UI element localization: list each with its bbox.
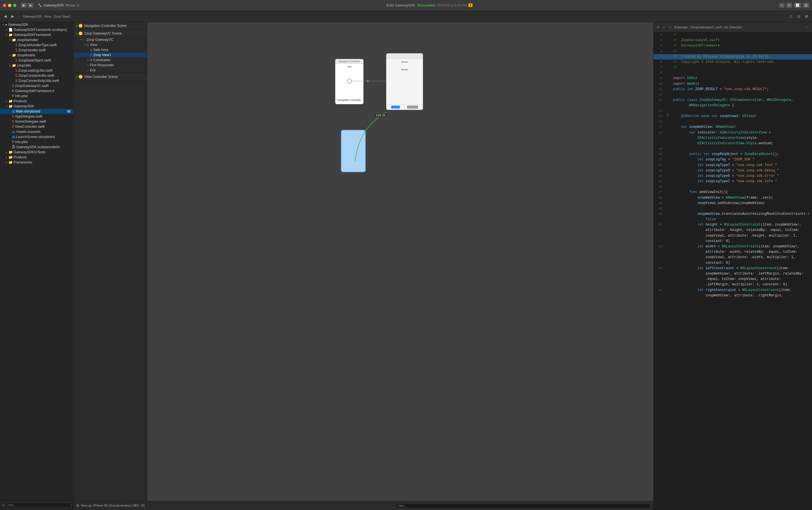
back-button[interactable]: ◀ [2,13,8,20]
scene-view[interactable]: ▾ □ View [74,42,147,47]
gutter-dot-15[interactable]: + [666,114,669,116]
code-line-1: 1 // [654,32,812,38]
build-status-area: Build GatewaySDK: Succeeded 29/04/20 at … [82,3,777,7]
tree-item-xcodeproj[interactable]: ▸ 📄 GatewaySDKFramework.xcodeproj [0,27,74,32]
tree-item-zoopjshandlertype[interactable]: S ZoopJsHandlerType.swift [0,42,74,48]
blue-phone-card [341,130,366,172]
breadcrumb: GatewaySDK › View › Zoop View1 [23,15,70,18]
scene-safe-area[interactable]: □ Safe Area [74,47,147,52]
forward-button[interactable]: ▶ [10,13,16,20]
editor-close-button[interactable]: ✕ [657,25,660,29]
warning-button[interactable]: ⚠ [788,13,794,20]
code-content[interactable]: 1 // 2 // ZoopGatewayVC.swift 3 // Gatew… [654,32,812,510]
scene-first-responder[interactable]: ○ First Responder [74,63,147,68]
editor-nav-back[interactable]: ‹ [662,24,666,30]
minimize-button[interactable] [8,4,11,7]
location-button[interactable]: ◎ [795,13,802,20]
maximize-button[interactable] [13,4,17,7]
code-line-13-cont: WKNavigationDelegate { [654,103,812,108]
code-line-11: 11 public let ZOOP_RESULT = "one.zoop.sd… [654,87,812,92]
code-line-29: 29 zoopView1.addSubview(zoopWebView) [654,201,812,206]
tree-item-zoopconnectivity[interactable]: S ZoopConnectivityUtils.swift [0,78,74,83]
open-sdk-btn[interactable]: Open SDK [391,106,400,109]
stop-button[interactable]: ■ [28,3,33,8]
scene-zoop-gatewayvc[interactable]: ▾ ○ Zoop GatewayVC [74,37,147,42]
code-line-33-cont2: zoopView1, attribute: .width, multiplier… [654,255,812,260]
tree-item-zoophandler[interactable]: S ZoopHandler.swift [0,48,74,53]
scheme-icon: 🔧 [38,3,42,7]
tree-item-viewcontroller[interactable]: S ViewController.swift [0,124,74,129]
code-line-32: 32 let height = NSLayoutConstraint(item:… [654,222,812,228]
tree-item-framework-h[interactable]: H GatewaySdkFramework.h [0,88,74,93]
panel-toggle2[interactable]: ▥ [803,3,809,8]
view-as-label: View as: iPhone SE (2nd generation) (⌘C … [81,504,145,507]
editor-header: ✕ ‹ › Automatic › ZoopGatewayVC.swift › … [654,22,812,32]
tree-item-uitests[interactable]: ▸ 📁 GatewaySDKUITests [0,150,74,155]
code-line-9: 9 import UIKit [654,76,812,81]
warning-badge[interactable]: 1 [468,3,473,7]
tree-item-gatewaysdk[interactable]: ▾ ● GatewaySDK [0,22,74,27]
view-controller-scene-header[interactable]: ▸ 🟡 View Controller Scene [74,73,147,81]
split-button[interactable]: ⇄ [786,3,792,8]
breadcrumb-gatewaysdk[interactable]: GatewaySDK [23,15,42,18]
tree-item-framework[interactable]: ▾ 📁 GatewaySDKFramework [0,32,74,37]
storyboard-filter-input[interactable] [396,503,651,508]
tree-item-assets[interactable]: 🗂 Assets.xcassets [0,129,74,134]
storyboard-canvas[interactable]: Navigation Controller Title Results Resu… [147,22,653,501]
breadcrumb-no-selection[interactable]: No Selection [724,26,742,29]
scene-exit[interactable]: ○ Exit [74,68,147,73]
tree-item-zoopmodels[interactable]: ▾ 📁 zoopModels [0,53,74,58]
scene-zoop-view1[interactable]: □ Zoop View1 [74,52,147,58]
breadcrumb-automatic[interactable]: Automatic [674,26,688,29]
code-line-25: 25 let zoopLogTypeI = "one.zoop.sdk.Info… [654,179,812,184]
editor-nav-forward[interactable]: › [668,24,672,30]
tree-item-infoplist[interactable]: P Info.plist [0,139,74,144]
breadcrumb-filename[interactable]: ZoopGatewayVC.swift [691,26,722,29]
nav-controller-card: Navigation Controller Title [335,59,364,104]
panel-toggle[interactable]: ⬜ [794,3,801,8]
code-line-19: 19 [654,146,812,151]
breadcrumb-zoopview1[interactable]: Zoop View1 [54,15,70,18]
tree-item-zoopdataobject[interactable]: S ZoopDataObject.swift [0,58,74,63]
code-line-34-cont2: .equal, toItem: zoopView1, attribute: [654,277,812,282]
tree-item-appdelegate[interactable]: S AppDelegate.swift [0,114,74,119]
tree-item-scenedelegate[interactable]: S SceneDelegate.swift [0,119,74,124]
code-line-24: 24 let zoopLogTypeE = "one.zoop.sdk.Erro… [654,173,812,179]
tree-item-products1[interactable]: ▸ 📁 Products [0,98,74,104]
display-result-btn[interactable]: Display Result [407,106,418,109]
grid-button[interactable]: ⊞ [803,13,810,20]
tree-item-zoopgatewayvc[interactable]: S ZoopGatewayVC.swift [0,83,74,88]
nav-controller-section: ▸ 🟡 Navigation Controller Scene [74,22,147,30]
tree-item-products2[interactable]: ▸ 📁 Products [0,155,74,160]
run-button[interactable]: ▶ [21,3,27,8]
tree-item-zooputils[interactable]: ▾ 📁 zoopUtils [0,63,74,68]
scene-constraints[interactable]: ▸ ≡ Constraints [74,58,147,63]
tree-item-main-storyboard[interactable]: ▦ Main.storyboard M [0,109,74,114]
zoop-gatewayvc-scene-header[interactable]: ▾ 🟡 Zoop GatewayVC Scene [74,30,147,37]
tree-item-zoophanndler[interactable]: ▾ 📁 zoopHanndler [0,37,74,42]
tree-item-zooploading[interactable]: S ZoopLoadingUtils.swift [0,68,74,73]
code-line-3: 3 // GatewaySdkFramework [654,43,812,49]
tree-item-zoopconstant[interactable]: S ZoopConstantUtils.swift [0,73,74,78]
tree-item-launchscreen[interactable]: ▦ LaunchScreen.storyboard [0,134,74,139]
tree-item-infoplist-framework[interactable]: P Info.plist [0,93,74,98]
zoop-gatewayvc-scene-label: Zoop GatewayVC Scene [84,31,121,35]
add-file-button[interactable]: + [2,503,4,507]
code-line-4: 4 // [654,49,812,54]
file-filter-input[interactable] [6,503,71,508]
code-line-31-cont: false [654,217,812,222]
tree-item-gatewaysdk-group[interactable]: ▾ 📁 GatewaySDK [0,104,74,109]
close-button[interactable] [3,4,6,7]
tree-item-xcdatamodelid[interactable]: 🗄 GatewaySDK.xcdatamodelId [0,144,74,150]
editor-more-button[interactable]: ⋯ [806,25,809,29]
add-button[interactable]: + [779,3,785,8]
nav-controller-title-label: Title [336,64,363,69]
tree-item-frameworks[interactable]: ▸ 📁 Frameworks [0,160,74,165]
breadcrumb-view[interactable]: View [45,15,51,18]
window-controls: ▶ ■ [21,3,33,8]
code-line-28: 28 zoopWebView = WKWebView(frame: .zero) [654,195,812,201]
code-line-27: 27 func webViewInit(){ [654,190,812,195]
code-line-32-cont2: zoopView1, attribute: .height, multiplie… [654,233,812,238]
nav-controller-header[interactable]: ▸ 🟡 Navigation Controller Scene [74,22,147,29]
view-controller-card: Results Results Open SDK Display Result [386,53,423,110]
